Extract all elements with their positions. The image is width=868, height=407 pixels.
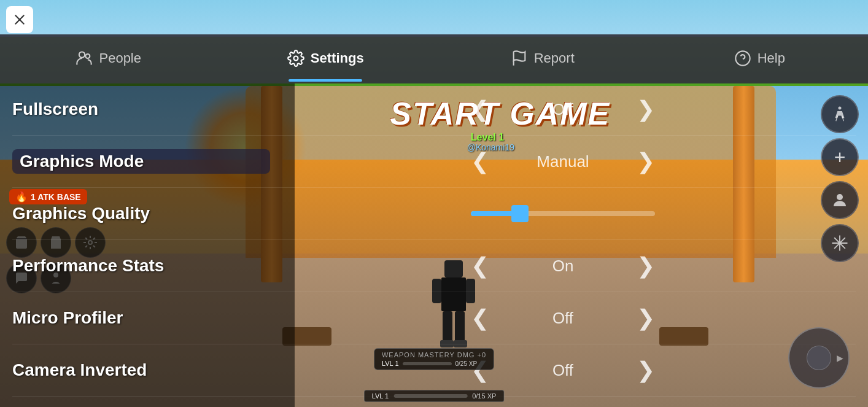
micro-profiler-left-arrow[interactable]: ❮ [459,302,502,334]
close-icon [14,14,26,26]
joystick-area[interactable]: ▶ [788,327,850,389]
joystick-inner[interactable] [807,346,831,370]
tab-help-label: Help [758,50,785,66]
svg-point-10 [79,52,85,57]
performance-stats-right-arrow[interactable]: ❯ [624,250,667,282]
performance-stats-label: Performance Stats [12,256,270,276]
camera-inverted-value: Off [502,361,624,380]
main-xp-value: 0/15 XP [472,392,496,400]
run-icon [831,105,849,123]
graphics-mode-right-arrow[interactable]: ❯ [624,145,667,177]
close-button[interactable] [6,6,33,33]
settings-icon [287,50,304,67]
tab-people[interactable]: People [0,34,217,82]
game-ui-right: + [821,95,859,262]
tab-help[interactable]: Help [651,34,869,82]
special-button[interactable] [821,224,859,262]
setting-row-fullscreen: Fullscreen ❮ Off ❯ [12,83,856,136]
svg-point-12 [293,56,298,60]
performance-stats-controls: ❮ On ❯ [270,250,856,282]
tab-report-label: Report [534,50,575,66]
tab-report[interactable]: Report [434,34,651,82]
joystick-right-arrow: ▶ [837,353,843,363]
camera-inverted-controls: ❮ Off ❯ [270,354,856,386]
graphics-mode-value: Manual [502,152,624,171]
micro-profiler-controls: ❮ Off ❯ [270,302,856,334]
fullscreen-value: Off [502,100,624,119]
camera-inverted-label: Camera Inverted [12,360,270,380]
graphics-mode-label: Graphics Mode [12,149,270,174]
tab-bar: People Settings Report [0,34,868,83]
micro-profiler-value: Off [502,309,624,328]
main-xp-lvl-label: LVL 1 [372,392,389,400]
svg-point-11 [86,54,90,58]
main-xp-bar: LVL 1 0/15 XP [364,390,505,402]
setting-row-micro-profiler: Micro Profiler ❮ Off ❯ [12,292,856,344]
graphics-quality-slider-container [270,211,856,216]
performance-stats-value: On [502,257,624,276]
svg-point-14 [735,51,750,65]
graphics-quality-slider-track[interactable] [471,211,655,216]
plus-button[interactable]: + [821,138,859,176]
micro-profiler-right-arrow[interactable]: ❯ [624,302,667,334]
main-xp-bar-track [393,394,467,398]
special-icon [831,234,849,252]
performance-stats-left-arrow[interactable]: ❮ [459,250,502,282]
tab-people-label: People [99,50,141,66]
tab-settings[interactable]: Settings [217,34,435,82]
setting-row-performance-stats: Performance Stats ❮ On ❯ [12,240,856,292]
svg-point-17 [837,194,843,200]
weapon-mastery-popup: WEAPON MASTERY DMG +0 LVL 1 0/25 XP [374,348,494,370]
micro-profiler-label: Micro Profiler [12,308,270,328]
report-icon [511,50,528,67]
setting-row-graphics-quality: Graphics Quality [12,188,856,240]
camera-inverted-right-arrow[interactable]: ❯ [624,354,667,386]
joystick-outer[interactable]: ▶ [788,327,850,389]
graphics-mode-left-arrow[interactable]: ❮ [459,145,502,177]
weapon-mastery-title: WEAPON MASTERY DMG +0 [382,351,486,359]
fullscreen-right-arrow[interactable]: ❯ [624,93,667,125]
avatar-button[interactable] [821,181,859,219]
svg-point-16 [839,107,842,110]
weapon-mastery-xp: 0/25 XP [455,360,478,367]
weapon-mastery-lvl: LVL 1 [382,360,399,367]
people-icon [76,50,93,67]
graphics-mode-controls: ❮ Manual ❯ [270,145,856,177]
settings-tab-underline [289,79,362,82]
avatar-icon [831,191,849,209]
run-button[interactable] [821,95,859,133]
graphics-quality-slider-thumb[interactable] [511,205,529,222]
help-icon [734,50,751,67]
graphics-quality-label: Graphics Quality [12,204,270,223]
fullscreen-controls: ❮ Off ❯ [270,93,856,125]
fullscreen-label: Fullscreen [12,99,270,119]
plus-icon: + [834,146,846,169]
setting-row-graphics-mode: Graphics Mode ❮ Manual ❯ [12,136,856,188]
fullscreen-left-arrow[interactable]: ❮ [459,93,502,125]
tab-settings-label: Settings [311,50,364,66]
